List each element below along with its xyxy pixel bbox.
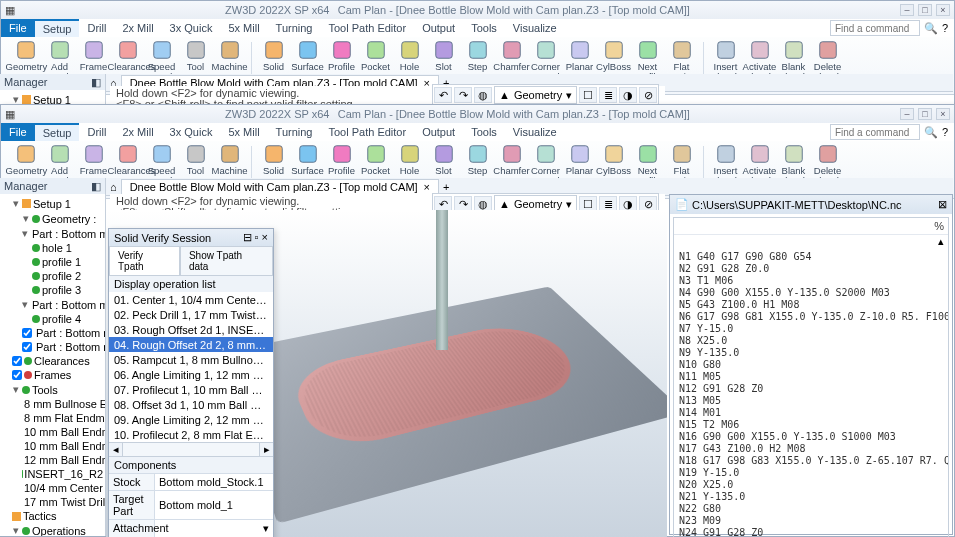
search-icon[interactable]: 🔍 xyxy=(924,22,938,35)
find-input[interactable] xyxy=(830,20,920,36)
sel-color-icon[interactable]: ◑ xyxy=(619,87,637,103)
menu-tpe[interactable]: Tool Path Editor xyxy=(320,123,414,141)
menu-drill[interactable]: Drill xyxy=(79,123,114,141)
operation-item[interactable]: 06. Angle Limiting 1, 12 mm Ball Endmill xyxy=(109,367,273,382)
doc-tab[interactable]: Dnee Bottle Blow Mold with Cam plan.Z3 -… xyxy=(121,179,439,195)
operation-item[interactable]: 08. Offset 3d 1, 10 mm Ball Endmill xyxy=(109,397,273,412)
operation-item[interactable]: 01. Center 1, 10/4 mm Center Drill xyxy=(109,292,273,307)
tree-item[interactable]: Clearances xyxy=(2,354,103,368)
min-button[interactable]: – xyxy=(900,108,914,120)
scroll-left-icon[interactable]: ◂ xyxy=(109,443,123,456)
close-button[interactable]: × xyxy=(936,4,950,16)
find-input[interactable] xyxy=(830,124,920,140)
menu-visualize[interactable]: Visualize xyxy=(505,123,565,141)
operation-item[interactable]: 10. Profilecut 2, 8 mm Flat Endmill xyxy=(109,427,273,442)
tree-item[interactable]: ▾Part : Bottom mold_1 xyxy=(2,226,103,241)
operation-item[interactable]: 05. Rampcut 1, 8 mm Bullnose Endmill xyxy=(109,352,273,367)
tree-item[interactable]: profile 3 xyxy=(2,283,103,297)
attachment-value[interactable]: ▾ xyxy=(155,520,273,537)
operation-item[interactable]: 03. Rough Offset 2d 1, INSERT_16_R2 xyxy=(109,322,273,337)
doc-tab-home-icon[interactable]: ⌂ xyxy=(110,181,117,193)
stock-value[interactable]: Bottom mold_Stock.1 xyxy=(155,474,273,490)
max-button[interactable]: □ xyxy=(918,4,932,16)
sel-layer-icon[interactable]: ≣ xyxy=(599,87,617,103)
max-button[interactable]: □ xyxy=(918,108,932,120)
tree-item[interactable]: 8 mm Bullnose End… xyxy=(2,397,103,411)
operation-item[interactable]: 04. Rough Offset 2d 2, 8 mm Bullnose End… xyxy=(109,337,273,352)
sel-all-icon[interactable]: ☐ xyxy=(579,87,597,103)
menu-file[interactable]: File xyxy=(1,19,35,37)
tree-setup[interactable]: ▾Setup 1 xyxy=(2,196,103,211)
operation-item[interactable]: 07. Profilecut 1, 10 mm Ball Endmill xyxy=(109,382,273,397)
tree-item[interactable]: hole 1 xyxy=(2,241,103,255)
menu-visualize[interactable]: Visualize xyxy=(505,19,565,37)
sel-clear-icon[interactable]: ⊘ xyxy=(639,87,657,103)
components-header[interactable]: Components xyxy=(109,457,273,473)
tab-show-tpath-data[interactable]: Show Tpath data xyxy=(180,246,273,275)
menu-3xquick[interactable]: 3x Quick xyxy=(162,123,221,141)
nc-code[interactable]: N1 G40 G17 G90 G80 G54 N2 G91 G28 Z0.0 N… xyxy=(674,248,948,537)
menu-tools[interactable]: Tools xyxy=(463,19,505,37)
menu-tools[interactable]: Tools xyxy=(463,123,505,141)
close-icon[interactable]: × xyxy=(424,181,430,193)
tree-item[interactable]: ▾Tools xyxy=(2,382,103,397)
menu-2xmill[interactable]: 2x Mill xyxy=(114,19,161,37)
menu-3xquick[interactable]: 3x Quick xyxy=(162,19,221,37)
tab-verify-tpath[interactable]: Verify Tpath xyxy=(109,246,180,275)
cube-icon[interactable]: ◍ xyxy=(474,87,492,103)
operation-item[interactable]: 02. Peck Drill 1, 17 mm Twist Drill-Jobb… xyxy=(109,307,273,322)
tree-item[interactable]: 17 mm Twist Drill-Job… xyxy=(2,495,103,509)
tree-item[interactable]: 12 mm Ball Endmill… xyxy=(2,453,103,467)
filter-geometry-dropdown[interactable]: ▲Geometry▾ xyxy=(494,86,577,104)
menu-output[interactable]: Output xyxy=(414,123,463,141)
tree-item[interactable]: ▾Operations xyxy=(2,523,103,536)
undo-icon[interactable]: ↶ xyxy=(434,87,452,103)
menu-output[interactable]: Output xyxy=(414,19,463,37)
menu-setup[interactable]: Setup xyxy=(35,123,80,141)
close-button[interactable]: × xyxy=(936,108,950,120)
search-icon[interactable]: 🔍 xyxy=(924,126,938,139)
ribbon-label: Pocket xyxy=(361,62,390,72)
panel-close-icon[interactable]: ⊠ xyxy=(938,198,947,211)
menu-file[interactable]: File xyxy=(1,123,35,141)
tree-item[interactable]: 10/4 mm Center Drill xyxy=(2,481,103,495)
scroll-up-icon[interactable]: ▴ xyxy=(938,235,944,247)
min-button[interactable]: – xyxy=(900,4,914,16)
scroll-right-icon[interactable]: ▸ xyxy=(259,443,273,456)
display-ops-header[interactable]: Display operation list xyxy=(109,276,273,292)
tree-item[interactable]: profile 2 xyxy=(2,269,103,283)
help-icon[interactable]: ? xyxy=(942,126,948,138)
redo-icon[interactable]: ↷ xyxy=(454,87,472,103)
tree-item[interactable]: profile 1 xyxy=(2,255,103,269)
target-part-value[interactable]: Bottom mold_1 xyxy=(155,491,273,519)
help-icon[interactable]: ? xyxy=(942,22,948,34)
menu-turning[interactable]: Turning xyxy=(268,19,321,37)
nc-title[interactable]: 📄 C:\Users\SUPPAKIT-METT\Desktop\NC.nc⊠ xyxy=(670,195,952,214)
add-tab-button[interactable]: + xyxy=(443,181,449,193)
menu-2xmill[interactable]: 2x Mill xyxy=(114,123,161,141)
menu-drill[interactable]: Drill xyxy=(79,19,114,37)
menu-tpe[interactable]: Tool Path Editor xyxy=(320,19,414,37)
menu-5xmill[interactable]: 5x Mill xyxy=(220,19,267,37)
tree-icon xyxy=(32,286,40,294)
tree-item[interactable]: INSERT_16_R2 xyxy=(2,467,103,481)
tree-item[interactable]: 8 mm Flat Endmill… xyxy=(2,411,103,425)
pin-icon[interactable]: ◧ xyxy=(91,76,101,89)
verify-title[interactable]: Solid Verify Session⊟ ▫ × xyxy=(109,229,273,246)
tree-item[interactable]: profile 4 xyxy=(2,312,103,326)
operation-item[interactable]: 09. Angle Limiting 2, 12 mm Ball Endmill… xyxy=(109,412,273,427)
menu-turning[interactable]: Turning xyxy=(268,123,321,141)
horiz-scrollbar[interactable]: ◂▸ xyxy=(109,442,273,456)
tree-item[interactable]: ▾Part : Bottom mold_… xyxy=(2,297,103,312)
tree-item[interactable]: 10 mm Ball Endmill… xyxy=(2,439,103,453)
pin-icon[interactable]: ◧ xyxy=(91,180,101,193)
tree-item[interactable]: Frames xyxy=(2,368,103,382)
tree-item[interactable]: 10 mm Ball Endmill… xyxy=(2,425,103,439)
tree-item[interactable]: Part : Bottom mold… xyxy=(2,340,103,354)
tree-geometry[interactable]: ▾Geometry : xyxy=(2,211,103,226)
menu-setup[interactable]: Setup xyxy=(35,19,80,37)
panel-buttons-icon[interactable]: ⊟ ▫ × xyxy=(243,231,268,244)
tree-item[interactable]: Part : Bottom mold… xyxy=(2,326,103,340)
tree-item[interactable]: Tactics xyxy=(2,509,103,523)
menu-5xmill[interactable]: 5x Mill xyxy=(220,123,267,141)
